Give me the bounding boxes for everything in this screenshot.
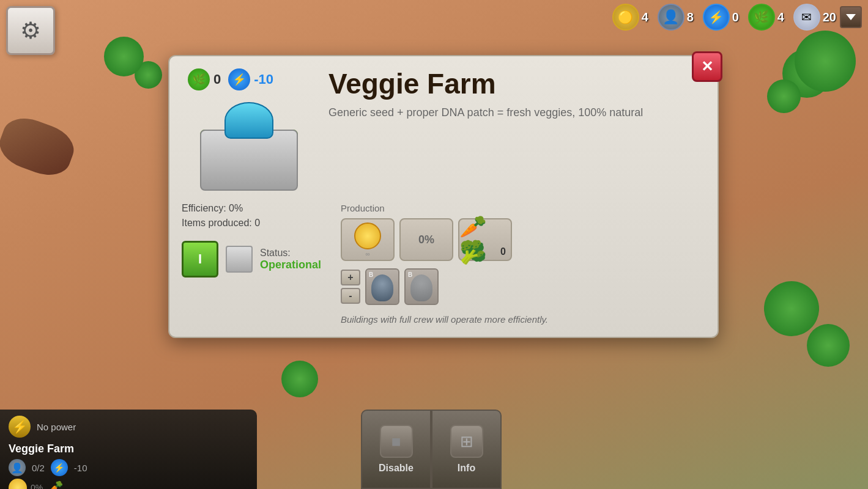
lightning-count: 0 bbox=[732, 10, 744, 24]
bg-tree bbox=[767, 79, 801, 113]
disable-button-label: Disable bbox=[379, 463, 414, 474]
bg-tree bbox=[795, 31, 856, 92]
dialog-body: Efficiency: 0% Items produced: 0 I Statu… bbox=[182, 203, 705, 325]
production-label: Production bbox=[341, 203, 705, 213]
status-text: Status: Operational bbox=[260, 248, 321, 271]
dialog-header: 🌿 0 ⚡ -10 Veggie Farm Generic seed + pro… bbox=[182, 68, 705, 191]
bottom-person-icon: 👤 bbox=[9, 459, 26, 476]
dialog-right-panel: Production ∞ 0% 🥕🥦 0 bbox=[341, 203, 705, 325]
gold-icon: 🟡 bbox=[612, 4, 639, 31]
gold-count: 4 bbox=[642, 10, 654, 24]
close-icon: ✕ bbox=[701, 58, 713, 75]
worker-avatar-2 bbox=[410, 274, 432, 301]
bottom-prod-pct: 0% bbox=[31, 483, 43, 489]
worker-slot-2: B bbox=[404, 268, 439, 305]
bottom-stats-row: 👤 0/2 ⚡ -10 bbox=[9, 459, 248, 476]
info-icon: ⊞ bbox=[450, 425, 483, 458]
bg-tree bbox=[764, 281, 819, 336]
disable-icon: ■ bbox=[380, 425, 413, 458]
worker-slot-1: B bbox=[365, 268, 399, 305]
worker-controls: + - bbox=[341, 270, 360, 304]
production-pct: 0% bbox=[418, 233, 434, 246]
building-base bbox=[200, 130, 298, 191]
no-power-warning: ⚡ No power bbox=[9, 416, 248, 438]
building-dome bbox=[224, 102, 273, 139]
status-toggle-button[interactable]: I bbox=[182, 241, 218, 278]
dialog-left-panel: Efficiency: 0% Items produced: 0 I Statu… bbox=[182, 203, 328, 325]
efficiency-stat: Efficiency: 0% bbox=[182, 203, 328, 214]
items-produced-stat: Items produced: 0 bbox=[182, 218, 328, 229]
bottom-bar: ⚡ No power Veggie Farm 👤 0/2 ⚡ -10 0% 🥕 … bbox=[0, 410, 868, 489]
dialog-title-area: Veggie Farm Generic seed + proper DNA pa… bbox=[328, 68, 705, 121]
mail-icon: ✉ bbox=[793, 4, 820, 31]
bottom-veggies-icon: 🥕 0 bbox=[46, 480, 63, 489]
close-dialog-button[interactable]: ✕ bbox=[692, 51, 722, 82]
bottom-sun-icon bbox=[9, 479, 27, 489]
bottom-power-stat: -10 bbox=[74, 463, 87, 473]
building-image: 🌿 0 ⚡ -10 bbox=[182, 68, 316, 191]
veggies-icon: 🥕🥦 bbox=[459, 214, 511, 265]
status-indicator bbox=[226, 246, 253, 273]
workers-row: + - B B bbox=[341, 268, 705, 305]
status-value: Operational bbox=[260, 259, 321, 271]
disable-button[interactable]: ■ Disable bbox=[361, 410, 431, 489]
veggies-count: 0 bbox=[500, 246, 506, 257]
leaf-resource: 🌿 4 bbox=[748, 4, 790, 31]
mail-resource: ✉ 20 bbox=[793, 4, 836, 31]
bottom-action-buttons: ■ Disable ⊞ Info bbox=[361, 410, 502, 489]
lightning-icon: ⚡ bbox=[703, 4, 730, 31]
worker-avatar-1 bbox=[371, 274, 393, 301]
person-icon: 👤 bbox=[658, 4, 684, 31]
building-description: Generic seed + proper DNA patch = fresh … bbox=[328, 105, 705, 121]
bg-tree bbox=[104, 37, 144, 76]
power-badge: ⚡ -10 bbox=[228, 68, 273, 90]
building-info-dialog: ✕ 🌿 0 ⚡ -10 bbox=[168, 55, 719, 338]
bottom-left-panel: ⚡ No power Veggie Farm 👤 0/2 ⚡ -10 0% 🥕 … bbox=[0, 410, 257, 489]
mail-count: 20 bbox=[823, 10, 836, 24]
person-resource: 👤 8 bbox=[658, 4, 699, 31]
building-name: Veggie Farm bbox=[328, 68, 705, 100]
remove-worker-button[interactable]: - bbox=[341, 288, 360, 304]
crew-hint: Buildings with full crew will operate mo… bbox=[341, 314, 705, 325]
top-bar-dropdown[interactable] bbox=[840, 6, 862, 28]
add-worker-button[interactable]: + bbox=[341, 270, 360, 285]
bottom-building-name: Veggie Farm bbox=[9, 443, 248, 455]
status-row: I Status: Operational bbox=[182, 241, 328, 278]
lightning-resource-icon: ⚡ bbox=[228, 68, 250, 90]
status-label: Status: bbox=[260, 248, 321, 259]
no-power-icon: ⚡ bbox=[9, 416, 31, 438]
production-row: ∞ 0% 🥕🥦 0 bbox=[341, 218, 705, 261]
leaf-icon: 🌿 bbox=[748, 4, 775, 31]
leaf-badge: 🌿 0 bbox=[188, 68, 221, 90]
bottom-workers-stat: 0/2 bbox=[32, 463, 45, 473]
worker-slot-1-label: B bbox=[369, 271, 373, 278]
chevron-down-icon bbox=[846, 14, 856, 20]
veggies-production-item: 🥕🥦 0 bbox=[458, 218, 512, 261]
infinity-label: ∞ bbox=[365, 251, 369, 257]
info-button-label: Info bbox=[458, 463, 475, 474]
bg-tree bbox=[281, 361, 318, 397]
toggle-icon: I bbox=[198, 251, 202, 267]
production-percentage-item: 0% bbox=[399, 218, 453, 261]
settings-button[interactable]: ⚙ bbox=[6, 6, 55, 55]
gold-resource: 🟡 4 bbox=[612, 4, 654, 31]
sun-production-item: ∞ bbox=[341, 218, 395, 261]
leaf-count: 4 bbox=[777, 10, 790, 24]
gear-icon: ⚙ bbox=[20, 17, 41, 44]
bottom-lightning-icon: ⚡ bbox=[51, 459, 68, 476]
leaf-resource-icon: 🌿 bbox=[188, 68, 210, 90]
bg-tree bbox=[807, 324, 850, 367]
sun-icon bbox=[354, 222, 381, 249]
person-count: 8 bbox=[687, 10, 699, 24]
bottom-mini-production: 0% 🥕 0 bbox=[9, 479, 248, 489]
building-art bbox=[194, 93, 304, 191]
info-button[interactable]: ⊞ Info bbox=[431, 410, 502, 489]
no-power-text: No power bbox=[37, 422, 76, 432]
lightning-resource: ⚡ 0 bbox=[703, 4, 744, 31]
worker-slot-2-label: B bbox=[408, 271, 412, 278]
top-resource-bar: 🟡 4 👤 8 ⚡ 0 🌿 4 ✉ 20 bbox=[606, 0, 868, 34]
